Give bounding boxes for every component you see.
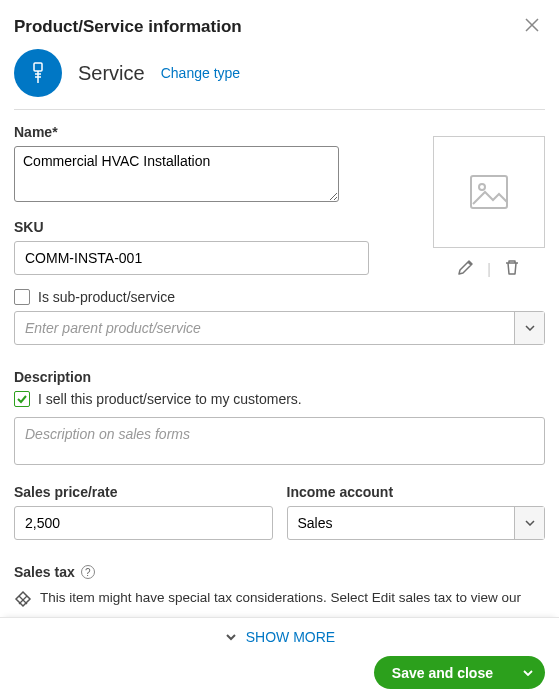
edit-image-button[interactable] — [457, 258, 475, 279]
income-dropdown-caret[interactable] — [514, 507, 544, 539]
sku-input[interactable] — [14, 241, 369, 275]
trash-icon — [503, 258, 521, 276]
type-name: Service — [78, 62, 145, 85]
chevron-down-icon — [224, 630, 238, 644]
pencil-icon — [457, 258, 475, 276]
show-more-label: SHOW MORE — [246, 629, 335, 645]
svg-rect-4 — [471, 176, 507, 208]
service-type-badge — [14, 49, 62, 97]
income-account-select[interactable] — [287, 506, 546, 540]
image-upload-box[interactable] — [433, 136, 545, 248]
save-button-label: Save and close — [374, 665, 511, 681]
divider: | — [487, 261, 491, 277]
save-button-menu[interactable] — [511, 670, 545, 676]
help-icon: ? — [85, 567, 91, 578]
show-more-button[interactable]: SHOW MORE — [0, 617, 559, 655]
chevron-down-icon — [523, 670, 533, 676]
sku-label: SKU — [14, 219, 369, 235]
sub-product-label: Is sub-product/service — [38, 289, 175, 305]
name-label: Name* — [14, 124, 413, 140]
panel-title: Product/Service information — [14, 17, 242, 37]
sell-checkbox[interactable] — [14, 391, 30, 407]
tax-tag-icon — [14, 590, 32, 608]
sales-tax-help[interactable]: ? — [81, 565, 95, 579]
svg-point-5 — [479, 184, 485, 190]
save-and-close-button[interactable]: Save and close — [374, 656, 545, 689]
parent-product-select[interactable] — [14, 311, 545, 345]
income-account-label: Income account — [287, 484, 546, 500]
description-label: Description — [14, 369, 545, 385]
price-label: Sales price/rate — [14, 484, 273, 500]
sub-product-checkbox[interactable] — [14, 289, 30, 305]
image-placeholder-icon — [465, 168, 513, 216]
svg-rect-0 — [34, 63, 42, 71]
parent-dropdown-caret[interactable] — [514, 312, 544, 344]
delete-image-button[interactable] — [503, 258, 521, 279]
sell-checkbox-label: I sell this product/service to my custom… — [38, 391, 302, 407]
service-icon — [26, 61, 50, 85]
sales-tax-label: Sales tax — [14, 564, 75, 580]
chevron-down-icon — [525, 520, 535, 526]
tax-message: This item might have special tax conside… — [40, 590, 521, 605]
name-input[interactable] — [14, 146, 339, 202]
close-button[interactable] — [519, 14, 545, 39]
change-type-link[interactable]: Change type — [161, 65, 240, 81]
divider — [14, 109, 545, 110]
check-icon — [16, 393, 28, 405]
description-input[interactable] — [14, 417, 545, 465]
chevron-down-icon — [525, 325, 535, 331]
parent-product-input[interactable] — [15, 312, 514, 344]
income-account-input[interactable] — [288, 507, 515, 539]
close-icon — [525, 18, 539, 32]
price-input[interactable] — [14, 506, 273, 540]
